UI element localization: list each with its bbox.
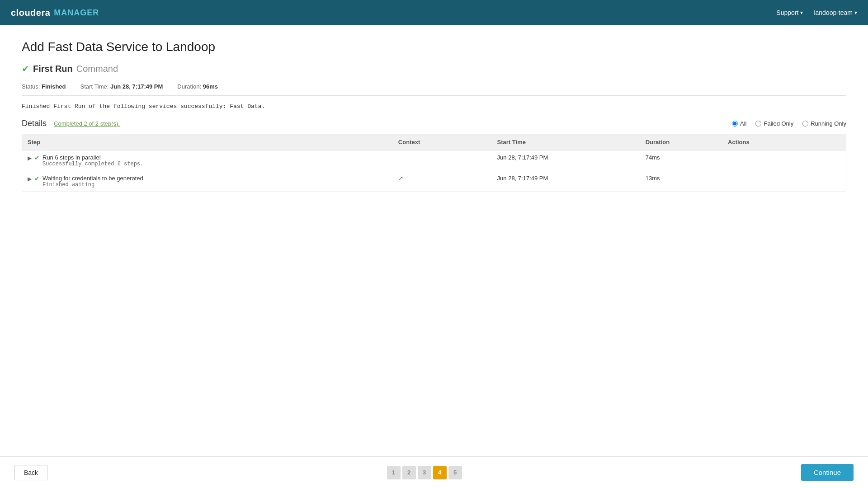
- page-title: Add Fast Data Service to Landoop: [22, 40, 846, 54]
- status-value: Finished: [42, 83, 66, 90]
- context-cell: [393, 150, 492, 171]
- filter-running-label: Running Only: [811, 120, 846, 127]
- filter-running-option[interactable]: Running Only: [802, 120, 846, 127]
- main-content: Add Fast Data Service to Landoop ✔ First…: [0, 25, 868, 456]
- details-left: Details Completed 2 of 2 step(s).: [22, 119, 120, 128]
- user-menu[interactable]: landoop-team: [814, 9, 857, 16]
- header: cloudera MANAGER Support landoop-team: [0, 0, 868, 25]
- duration-item: Duration: 96ms: [177, 83, 218, 90]
- check-icon: ✔: [22, 63, 29, 74]
- start-time-label: Start Time:: [80, 83, 109, 90]
- header-nav: Support landoop-team: [776, 9, 857, 16]
- page-btn[interactable]: 2: [402, 466, 416, 479]
- actions-cell: [722, 171, 846, 192]
- logo: cloudera MANAGER: [11, 8, 99, 18]
- expand-arrow-icon[interactable]: ▶: [28, 175, 32, 182]
- filter-failed-option[interactable]: Failed Only: [755, 120, 793, 127]
- page-btn[interactable]: 3: [418, 466, 431, 479]
- filter-options: All Failed Only Running Only: [732, 120, 846, 127]
- col-duration: Duration: [640, 134, 722, 150]
- context-cell: ↗: [393, 171, 492, 192]
- duration-cell: 13ms: [640, 171, 722, 192]
- command-heading-first: First Run: [33, 64, 73, 74]
- pagination: 12345: [387, 466, 462, 479]
- table-header-row: Step Context Start Time Duration Actions: [22, 134, 846, 150]
- filter-all-label: All: [740, 120, 746, 127]
- step-sub: Finished waiting: [42, 182, 143, 188]
- status-bar: Status: Finished Start Time: Jun 28, 7:1…: [22, 83, 846, 96]
- filter-all-option[interactable]: All: [732, 120, 746, 127]
- details-table: Step Context Start Time Duration Actions…: [22, 134, 846, 192]
- message-box: Finished First Run of the following serv…: [22, 103, 846, 110]
- table-row: ▶ ✔ Run 6 steps in parallel Successfully…: [22, 150, 846, 171]
- filter-all-radio[interactable]: [732, 121, 738, 127]
- step-name: Run 6 steps in parallel: [42, 154, 143, 161]
- col-start-time: Start Time: [492, 134, 640, 150]
- start-time-cell: Jun 28, 7:17:49 PM: [492, 150, 640, 171]
- status-item: Status: Finished: [22, 83, 66, 90]
- start-time-item: Start Time: Jun 28, 7:17:49 PM: [80, 83, 163, 90]
- duration-label: Duration:: [177, 83, 201, 90]
- expand-arrow-icon[interactable]: ▶: [28, 154, 32, 161]
- col-context: Context: [393, 134, 492, 150]
- actions-cell: [722, 150, 846, 171]
- col-actions: Actions: [722, 134, 846, 150]
- back-button[interactable]: Back: [14, 465, 47, 480]
- step-cell: ▶ ✔ Run 6 steps in parallel Successfully…: [22, 150, 393, 171]
- step-cell: ▶ ✔ Waiting for credentials to be genera…: [22, 171, 393, 192]
- step-sub: Successfully completed 6 steps.: [42, 161, 143, 167]
- continue-button[interactable]: Continue: [801, 464, 854, 481]
- col-step: Step: [22, 134, 393, 150]
- details-header: Details Completed 2 of 2 step(s). All Fa…: [22, 119, 846, 128]
- footer: Back 12345 Continue: [0, 456, 868, 488]
- page-btn[interactable]: 5: [448, 466, 462, 479]
- step-name: Waiting for credentials to be generated: [42, 175, 143, 182]
- filter-failed-label: Failed Only: [764, 120, 793, 127]
- completed-text[interactable]: Completed 2 of 2 step(s).: [54, 120, 120, 127]
- status-label: Status:: [22, 83, 40, 90]
- start-time-cell: Jun 28, 7:17:49 PM: [492, 171, 640, 192]
- page-btn[interactable]: 4: [433, 466, 447, 479]
- step-check-icon: ✔: [34, 175, 40, 182]
- external-link-icon[interactable]: ↗: [398, 175, 403, 182]
- details-title: Details: [22, 119, 47, 128]
- duration-cell: 74ms: [640, 150, 722, 171]
- support-menu[interactable]: Support: [776, 9, 803, 16]
- command-heading-second: Command: [76, 64, 118, 74]
- table-row: ▶ ✔ Waiting for credentials to be genera…: [22, 171, 846, 192]
- duration-value: 96ms: [203, 83, 218, 90]
- logo-cloudera: cloudera: [11, 8, 50, 18]
- start-time-value: Jun 28, 7:17:49 PM: [110, 83, 163, 90]
- step-check-icon: ✔: [34, 154, 40, 161]
- filter-failed-radio[interactable]: [755, 121, 761, 127]
- logo-manager: MANAGER: [54, 8, 99, 18]
- filter-running-radio[interactable]: [802, 121, 808, 127]
- command-heading: ✔ First Run Command: [22, 63, 846, 74]
- page-btn[interactable]: 1: [387, 466, 401, 479]
